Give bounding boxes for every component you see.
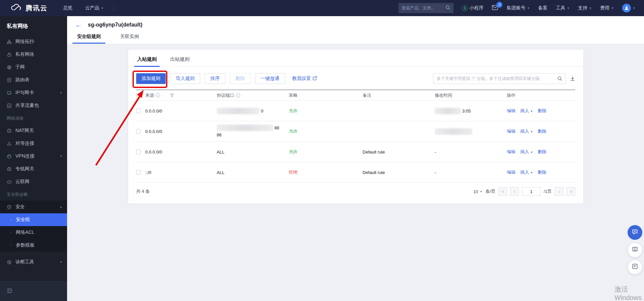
chevron-down-icon[interactable]: ▼ — [530, 130, 533, 133]
row-checkbox[interactable] — [136, 149, 141, 154]
gateway-icon — [7, 167, 12, 172]
select-all-checkbox[interactable] — [136, 93, 141, 98]
tab-inbound-rules[interactable]: 入站规则 — [134, 56, 160, 67]
delete-link[interactable]: 删除 — [538, 149, 546, 154]
insert-link[interactable]: 插入 — [520, 170, 529, 175]
avatar — [622, 4, 631, 12]
delete-button[interactable]: 删除 — [230, 73, 251, 84]
import-rules-button[interactable]: 导入规则 — [170, 73, 200, 84]
chevron-down-icon: ▼ — [527, 7, 530, 10]
sidebar-item-traffic-pack[interactable]: 共享流量包 — [0, 99, 67, 112]
col-actions-label: 操作 — [507, 92, 575, 98]
gateway-icon — [7, 128, 12, 133]
nav-overview[interactable]: 总览 — [63, 5, 72, 11]
rules-filter-input[interactable] — [433, 73, 566, 84]
nav-products[interactable]: 云产品 ▼ — [85, 5, 104, 11]
info-icon[interactable]: i — [156, 93, 160, 97]
sidebar-item-route-table[interactable]: 路由表 — [0, 74, 67, 86]
global-search-input[interactable] — [401, 6, 443, 10]
teach-me-link[interactable]: 教我设置 — [292, 76, 317, 82]
sidebar-subitem-network-acl[interactable]: · 网络ACL — [0, 226, 67, 239]
edit-link[interactable]: 编辑 — [507, 170, 516, 175]
insert-link[interactable]: 插入 — [520, 149, 529, 154]
mini-program-menu[interactable]: S 小程序 — [462, 5, 483, 11]
chevron-down-icon[interactable]: ▼ — [530, 171, 533, 174]
rules-filter-field[interactable] — [433, 73, 566, 84]
sidebar-item-ip-nic[interactable]: IP与网卡 ▼ — [0, 86, 67, 99]
download-icon[interactable] — [570, 76, 575, 81]
tab-security-group-rules[interactable]: 安全组规则 — [72, 34, 105, 44]
add-rule-button[interactable]: 添加规则 — [136, 73, 166, 84]
account-menu[interactable]: ▼ — [622, 4, 635, 12]
info-icon[interactable]: i — [236, 93, 240, 98]
tab-associated-instances[interactable]: 关联实例 — [115, 34, 144, 44]
policy-allow: 允许 — [289, 149, 363, 155]
first-page-button[interactable] — [498, 187, 507, 196]
global-search[interactable] — [398, 3, 453, 13]
pagination: 10 ▼ 条/页 1 /1页 — [473, 187, 575, 196]
insert-link[interactable]: 插入 — [520, 108, 529, 113]
last-page-button[interactable] — [567, 187, 575, 196]
page-header: ← sg-og6ynp7u(default) 安全组规则 关联实例 — [67, 16, 644, 44]
main-content: ← sg-og6ynp7u(default) 安全组规则 关联实例 入站规则 出… — [67, 16, 644, 301]
billing-menu[interactable]: 费用 ▼ — [600, 5, 614, 11]
cloud-network-icon — [7, 179, 12, 184]
chevron-down-icon[interactable]: ▼ — [530, 110, 533, 113]
delete-link[interactable]: 删除 — [538, 108, 546, 113]
beian-menu[interactable]: 备案 — [538, 5, 547, 11]
row-checkbox[interactable] — [136, 109, 141, 113]
sidebar-item-vpc[interactable]: 私有网络 — [0, 48, 67, 61]
row-checkbox[interactable] — [136, 129, 141, 134]
document-icon — [7, 78, 12, 83]
page-size-select[interactable]: 10 ▼ — [473, 189, 482, 194]
delete-link[interactable]: 删除 — [538, 129, 546, 134]
prev-page-button[interactable] — [510, 187, 519, 196]
sidebar-item-subnet[interactable]: 子网 — [0, 61, 67, 74]
support-menu[interactable]: 支持 ▼ — [578, 5, 592, 11]
sidebar-item-peering[interactable]: 对等连接 — [0, 137, 67, 150]
tab-outbound-rules[interactable]: 出站规则 — [167, 56, 193, 67]
customer-service-button[interactable] — [628, 225, 642, 240]
sidebar-item-topology[interactable]: 网络拓扑 — [0, 35, 67, 48]
redacted-blur — [217, 125, 273, 131]
edit-link[interactable]: 编辑 — [507, 108, 516, 113]
chevron-down-icon: ▼ — [60, 261, 62, 264]
sidebar-item-ccn[interactable]: 云联网 — [0, 175, 67, 188]
col-modified-label: 修改时间 — [435, 92, 507, 98]
feedback-button[interactable] — [628, 260, 642, 274]
filter-funnel-icon[interactable] — [170, 93, 174, 97]
sidebar-subitem-security-groups[interactable]: · 安全组 — [0, 213, 67, 226]
tencent-cloud-logo[interactable]: 腾讯云 — [0, 3, 48, 13]
chevron-down-icon[interactable]: ▼ — [530, 151, 533, 154]
sidebar-item-direct-connect[interactable]: 专线网关 — [0, 163, 67, 175]
col-notes-label: 备注 — [363, 92, 435, 98]
search-icon[interactable] — [557, 76, 562, 83]
sidebar-item-diagnostic-tools[interactable]: 诊断工具 ▼ — [0, 256, 67, 268]
bullet-icon: · — [10, 217, 12, 222]
edit-link[interactable]: 编辑 — [507, 129, 516, 134]
col-protocol-label: 协议端口 — [217, 93, 234, 98]
sidebar-item-nat-gateway[interactable]: NAT网关 — [0, 124, 67, 137]
sidebar-item-vpn[interactable]: VPN连接 ▼ — [0, 150, 67, 163]
page-total-label: /1页 — [544, 188, 552, 195]
group-account-menu[interactable]: 集团账号 ▼ — [506, 5, 530, 11]
chevron-down-icon: ▼ — [567, 7, 570, 10]
sidebar-item-security[interactable]: 安全 ▲ — [0, 201, 67, 213]
documentation-button[interactable] — [628, 243, 642, 257]
row-checkbox[interactable] — [136, 170, 141, 175]
edit-link[interactable]: 编辑 — [507, 149, 516, 154]
search-icon[interactable] — [445, 5, 450, 11]
page-number-input[interactable]: 1 — [522, 187, 541, 196]
collapse-sidebar-icon[interactable] — [7, 288, 12, 295]
delete-link[interactable]: 删除 — [538, 170, 546, 175]
bullet-icon: · — [10, 230, 12, 235]
insert-link[interactable]: 插入 — [520, 129, 529, 134]
messages-menu[interactable]: 3 — [492, 5, 498, 11]
table-header-row: 来源 i 协议端口i 策略 备注 修改时间 操作 — [136, 90, 575, 101]
back-arrow-icon[interactable]: ← — [75, 22, 82, 28]
tools-menu[interactable]: 工具 ▼ — [556, 5, 570, 11]
next-page-button[interactable] — [555, 187, 564, 196]
sidebar-subitem-parameter-template[interactable]: · 参数模板 — [0, 239, 67, 252]
open-all-button[interactable]: 一键放通 — [255, 73, 285, 84]
sort-button[interactable]: 排序 — [205, 73, 225, 84]
